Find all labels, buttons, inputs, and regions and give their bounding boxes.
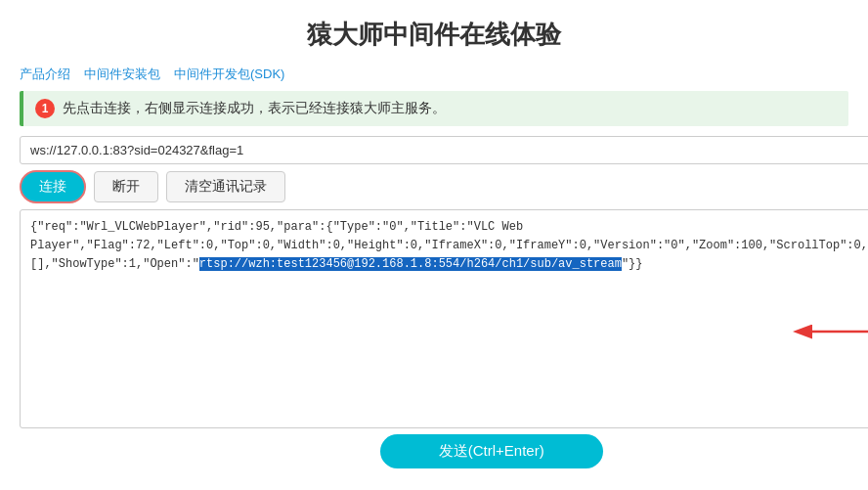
- code-suffix: "}}: [622, 257, 643, 271]
- clear-button[interactable]: 清空通讯记录: [166, 171, 285, 202]
- step1-number: 1: [35, 99, 55, 118]
- code-highlight: rtsp://wzh:test123456@192.168.1.8:554/h2…: [199, 257, 622, 271]
- button-row: 连接 断开 清空通讯记录: [20, 170, 868, 203]
- main-layout: 连接 断开 清空通讯记录 {"req":"Wrl_VLCWebPlayer","…: [0, 136, 868, 468]
- nav-link-intro[interactable]: 产品介绍: [20, 66, 70, 83]
- nav-bar: 产品介绍 中间件安装包 中间件开发包(SDK): [0, 62, 868, 91]
- left-panel: 连接 断开 清空通讯记录 {"req":"Wrl_VLCWebPlayer","…: [20, 136, 868, 468]
- disconnect-button[interactable]: 断开: [94, 171, 158, 202]
- send-btn-row: 发送(Ctrl+Enter): [20, 434, 868, 468]
- send-button[interactable]: 发送(Ctrl+Enter): [380, 434, 603, 468]
- url-input[interactable]: [20, 136, 868, 164]
- code-editor[interactable]: {"req":"Wrl_VLCWebPlayer","rid":95,"para…: [20, 209, 868, 428]
- notice-bar: 1 先点击连接，右侧显示连接成功，表示已经连接猿大师主服务。: [20, 91, 848, 126]
- notice-text: 先点击连接，右侧显示连接成功，表示已经连接猿大师主服务。: [63, 100, 446, 117]
- nav-link-install[interactable]: 中间件安装包: [84, 66, 160, 83]
- connect-button[interactable]: 连接: [20, 170, 86, 203]
- page-title: 猿大师中间件在线体验: [0, 0, 868, 62]
- nav-link-sdk[interactable]: 中间件开发包(SDK): [174, 66, 284, 83]
